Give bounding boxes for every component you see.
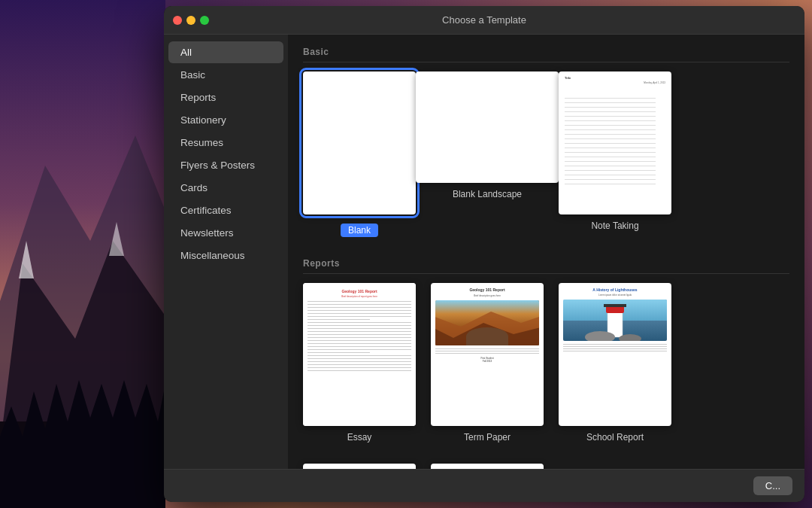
- maximize-button[interactable]: [200, 16, 209, 25]
- template-thumb-extra-2[interactable]: [431, 464, 544, 469]
- term-paper-subtitle: Brief description goes here: [435, 294, 539, 297]
- sidebar-item-miscellaneous[interactable]: Miscellaneous: [168, 245, 283, 266]
- template-note-taking[interactable]: Title Monday, April 1, 2013: [559, 71, 671, 237]
- term-paper-thumb-title: Geology 101 Report: [435, 287, 539, 292]
- essay-thumb-title: Geology 101 Report: [308, 289, 411, 294]
- template-label-note-taking: Note Taking: [591, 221, 638, 231]
- sidebar-item-newsletters[interactable]: Newsletters: [168, 222, 283, 244]
- template-thumb-note-taking[interactable]: Title Monday, April 1, 2013: [559, 71, 671, 214]
- template-extra-2[interactable]: [431, 464, 544, 469]
- section-header-basic: Basic: [303, 47, 789, 62]
- template-label-blank: Blank: [341, 224, 378, 237]
- dialog-body: All Basic Reports Stationery Resumes Fly…: [164, 35, 804, 469]
- template-label-term-paper: Term Paper: [464, 432, 511, 443]
- template-essay[interactable]: Geology 101 Report Brief description of …: [303, 283, 416, 443]
- template-blank-landscape[interactable]: Blank Landscape: [431, 71, 544, 237]
- essay-thumb-subtitle: Brief description of report goes here: [308, 295, 411, 298]
- term-paper-image: [435, 300, 539, 345]
- sidebar-item-stationery[interactable]: Stationery: [168, 109, 283, 131]
- template-thumb-extra-1[interactable]: [303, 464, 416, 469]
- template-extra-1[interactable]: [303, 464, 416, 469]
- essay-thumb-content: Geology 101 Report Brief description of …: [303, 283, 416, 426]
- template-label-essay: Essay: [347, 432, 372, 443]
- template-thumb-term-paper[interactable]: Geology 101 Report Brief description goe…: [431, 283, 544, 426]
- sidebar-item-basic[interactable]: Basic: [168, 64, 283, 86]
- note-lines: [565, 98, 665, 184]
- sidebar-item-all[interactable]: All: [168, 41, 283, 63]
- template-blank[interactable]: Blank: [303, 71, 416, 237]
- section-header-reports: Reports: [303, 258, 789, 274]
- sidebar-item-resumes[interactable]: Resumes: [168, 132, 283, 154]
- dialog-window: Choose a Template All Basic Reports Stat…: [164, 6, 804, 502]
- sidebar: All Basic Reports Stationery Resumes Fly…: [164, 35, 288, 469]
- more-templates-grid: [303, 464, 789, 469]
- note-thumb-title: Title: [565, 76, 665, 80]
- traffic-lights: [173, 16, 209, 25]
- school-report-subtitle: Lorem ipsum dolor sit amet ligula: [563, 294, 667, 297]
- school-report-thumb-title: A History of Lighthouses: [563, 287, 667, 292]
- sidebar-item-certificates[interactable]: Certificates: [168, 199, 283, 221]
- basic-templates-grid: Blank Blank Landscape Title Monday, Apri…: [303, 71, 789, 237]
- template-term-paper[interactable]: Geology 101 Report Brief description goe…: [431, 283, 544, 443]
- template-thumb-blank[interactable]: [303, 71, 416, 214]
- template-thumb-blank-landscape[interactable]: [416, 71, 559, 183]
- note-thumb-date: Monday, April 1, 2013: [565, 81, 665, 84]
- template-label-school-report: School Report: [586, 432, 644, 443]
- cancel-button[interactable]: C...: [753, 476, 792, 495]
- main-content: Basic Blank Blank Landscape Tit: [288, 35, 804, 469]
- reports-templates-grid: Geology 101 Report Brief description of …: [303, 283, 789, 443]
- template-label-blank-landscape: Blank Landscape: [453, 189, 522, 199]
- sidebar-item-reports[interactable]: Reports: [168, 87, 283, 108]
- sidebar-item-cards[interactable]: Cards: [168, 177, 283, 199]
- close-button[interactable]: [173, 16, 182, 25]
- term-paper-author: First StudentFall 2013: [435, 357, 539, 363]
- dialog-footer: C...: [164, 469, 804, 502]
- sidebar-item-flyers[interactable]: Flyers & Posters: [168, 154, 283, 176]
- template-thumb-school-report[interactable]: A History of Lighthouses Lorem ipsum dol…: [559, 283, 671, 426]
- titlebar: Choose a Template: [164, 6, 804, 35]
- mountain-svg: [0, 0, 165, 508]
- minimize-button[interactable]: [186, 16, 195, 25]
- dialog-title: Choose a Template: [442, 14, 526, 26]
- svg-rect-13: [604, 304, 626, 307]
- template-school-report[interactable]: A History of Lighthouses Lorem ipsum dol…: [559, 283, 671, 443]
- school-report-image: [563, 300, 667, 341]
- template-thumb-essay[interactable]: Geology 101 Report Brief description of …: [303, 283, 416, 426]
